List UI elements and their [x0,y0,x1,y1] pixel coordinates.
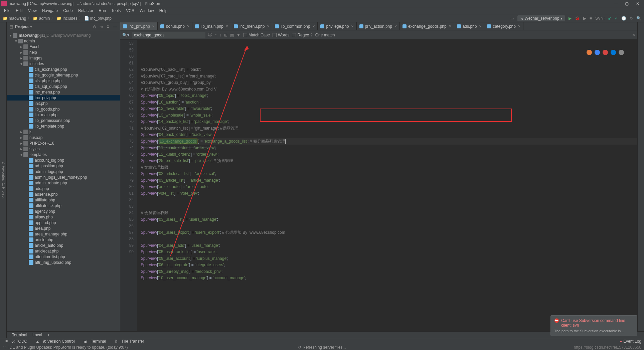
find-add-selection-icon[interactable]: ⊞ [224,33,227,37]
find-select-all-icon[interactable]: ▤ [230,33,234,37]
code-area[interactable]: //$purview['06_pack_list'] = 'pack';//$p… [137,40,637,338]
line-gutter[interactable]: 5859606162636465666768697071727374757677… [120,40,137,338]
tree-root[interactable]: ▾maowang [xjs1] D:\wamp\www\maowang [7,32,120,38]
menu-window[interactable]: Window [137,8,157,13]
coverage-button[interactable]: ▶ [583,16,586,21]
tree-item[interactable]: attention_list.php [7,254,120,259]
menu-help[interactable]: Help [157,8,170,13]
tree-item[interactable]: ▸styles [7,146,120,152]
tree-item[interactable]: ▸help [7,49,120,55]
svn-commit-icon[interactable]: ✓ [615,16,618,21]
tree-item[interactable]: ▸images [7,55,120,61]
tree-item[interactable]: ▸js [7,129,120,135]
tab-lib_common-php[interactable]: lib_common.php× [272,22,318,30]
debug-button[interactable]: 🐞 [575,16,580,21]
tab-priv_action-php[interactable]: priv_action.php× [357,22,400,30]
tree-item[interactable]: ad_position.php [7,163,120,169]
tree-item[interactable]: account_log.php [7,157,120,163]
tree-item[interactable]: lib_main.php [7,112,120,118]
breadcrumb-item[interactable]: 📁 includes [56,16,77,21]
find-prev-icon[interactable]: ↑ [215,33,217,37]
opera-icon[interactable] [603,50,608,55]
tree-item[interactable]: ▾admin [7,38,120,44]
tree-item[interactable]: admin_logs_user_money.php [7,174,120,180]
tree-item[interactable]: ▸Excel [7,44,120,49]
firefox-icon[interactable] [595,50,600,55]
terminal-tab[interactable]: ▣ Terminal [81,339,112,344]
menu-run[interactable]: Run [96,8,109,13]
tree-item[interactable]: ▸PHPExcel-1.8 [7,140,120,146]
menu-tools[interactable]: Tools [109,8,123,13]
edge-icon[interactable] [611,50,616,55]
run-config-combo[interactable]: ↘ Wechar_server.php ▾ [517,15,565,21]
layout-icon[interactable]: ▭ [510,16,514,21]
menu-edit[interactable]: Edit [13,8,25,13]
scroll-from-source-icon[interactable]: ⊙ [93,24,96,29]
sidebar-collapse-icon[interactable]: ▤ [9,24,13,29]
match-case-checkbox[interactable]: Match Case [243,33,270,37]
tree-item[interactable]: ▾templates [7,152,120,157]
breadcrumb-item[interactable]: 📄 inc_priv.php [84,16,112,21]
menu-view[interactable]: View [25,8,39,13]
tab-category-php[interactable]: category.php× [484,22,523,30]
menu-refactor[interactable]: Refactor [75,8,96,13]
tree-item[interactable]: init.php [7,101,120,106]
close-tab-icon[interactable]: × [312,24,315,29]
minimize-button[interactable]: — [614,1,618,6]
tree-item[interactable]: adsense.php [7,191,120,197]
tab-inc_priv-php[interactable]: inc_priv.php× [120,22,158,30]
tree-item[interactable]: cls_phpzip.php [7,78,120,83]
find-next-icon[interactable]: ↓ [219,33,221,37]
tree-item[interactable]: article_auto.php [7,242,120,248]
tree-item[interactable]: lib_goods.php [7,106,120,112]
close-tab-icon[interactable]: × [187,24,189,29]
find-input[interactable] [132,32,205,38]
search-icon[interactable]: 🔍 [636,16,641,21]
svn-history-icon[interactable]: 🕐 [621,16,626,21]
left-toolwindow-bar[interactable]: 2: Favorites 1: Project [0,22,7,338]
tree-item[interactable]: attr_img_upload.php [7,259,120,265]
tree-item[interactable]: ▾includes [7,61,120,66]
tree-item[interactable]: lib_template.php [7,123,120,129]
tree-item[interactable]: affiliate.php [7,197,120,203]
breadcrumb-item[interactable]: 📁 admin [33,16,50,21]
close-tab-icon[interactable]: × [351,24,354,29]
safari-icon[interactable] [619,50,624,55]
tab-privilege-php[interactable]: privilege.php× [318,22,356,30]
close-tab-icon[interactable]: × [518,24,520,29]
close-tab-icon[interactable]: × [449,24,451,29]
close-tab-icon[interactable]: × [267,24,269,29]
right-toolwindow-bar[interactable] [637,22,644,338]
file-transfer-tab[interactable]: ⇅ File Transfer [112,339,149,344]
tree-item[interactable]: article.php [7,237,120,242]
terminal-add-tab[interactable]: + [45,333,52,337]
tree-item[interactable]: area.php [7,225,120,231]
tab-exchange_goods-php[interactable]: exchange_goods.php× [400,22,454,30]
tree-item[interactable]: cls_google_sitemap.php [7,72,120,78]
find-filter-icon[interactable]: ▼ [236,33,240,37]
tab-inc_menu-php[interactable]: inc_menu.php× [231,22,272,30]
menu-code[interactable]: Code [60,8,75,13]
tree-item[interactable]: ▸nusoap [7,135,120,140]
tab-ads-php[interactable]: ads.php× [454,22,485,30]
tree-item[interactable]: affiliate_ck.php [7,203,120,208]
run-button[interactable]: ▶ [569,16,572,21]
close-tab-icon[interactable]: × [152,24,155,29]
collapse-all-icon[interactable]: ⇥ [100,24,103,29]
event-log-label[interactable]: ● Event Log [620,339,641,344]
tree-item[interactable]: cls_sql_dump.php [7,83,120,89]
words-checkbox[interactable]: Words [273,33,289,37]
svn-revert-icon[interactable]: ↺ [630,16,633,21]
stop-button[interactable]: ■ [590,16,592,21]
tree-item[interactable]: lib_permissions.php [7,118,120,123]
regex-checkbox[interactable]: Regex ? [292,33,312,37]
tree-item[interactable]: admin_rebate.php [7,180,120,186]
close-button[interactable]: ✕ [636,1,639,6]
tree-item[interactable]: area_manage.php [7,231,120,237]
tree-item[interactable]: inc_menu.php [7,89,120,95]
terminal-tab-local[interactable]: Local [30,333,45,337]
find-clear-icon[interactable]: ⓧ [208,32,212,38]
tree-item[interactable]: alipay.php [7,214,120,220]
close-tab-icon[interactable]: × [479,24,481,29]
tree-item[interactable]: agency.php [7,208,120,214]
